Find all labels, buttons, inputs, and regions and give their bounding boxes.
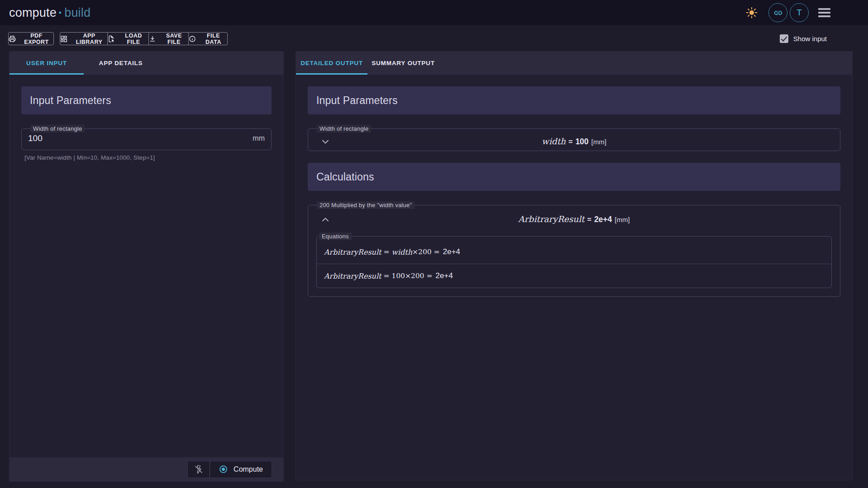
input-parameters-title: Input Parameters <box>30 95 111 107</box>
compute-radio-icon <box>219 464 228 474</box>
navbar-actions: T <box>746 0 830 25</box>
width-result-name: width <box>542 137 566 146</box>
calculation-result-equals: = <box>587 216 591 223</box>
save-file-button[interactable]: SAVE FILE <box>148 33 188 45</box>
output-input-parameters-title: Input Parameters <box>316 95 398 107</box>
width-result-equals: = <box>568 138 572 146</box>
info-icon <box>189 35 196 43</box>
tab-user-input[interactable]: USER INPUT <box>10 52 84 75</box>
input-panel-tabbar: USER INPUT APP DETAILS <box>10 52 283 75</box>
file-button-group: APP LIBRARY LOAD FILE SAVE FILE FILE DAT… <box>60 32 228 45</box>
app-library-label: APP LIBRARY <box>71 33 107 45</box>
equation1-lhs: ArbitraryResult <box>324 248 381 256</box>
logo-dot: · <box>58 6 62 20</box>
equation2-lhs: ArbitraryResult <box>324 272 381 280</box>
save-file-label: SAVE FILE <box>160 33 188 45</box>
input-parameters-header: Input Parameters <box>21 86 272 114</box>
load-file-label: LOAD FILE <box>119 33 148 45</box>
load-file-button[interactable]: LOAD FILE <box>107 33 148 45</box>
app-library-button[interactable]: APP LIBRARY <box>60 33 107 45</box>
width-field-helper: [Var Name=width | Min=10, Max=1000, Step… <box>24 154 272 161</box>
calculation-result-value: 2e+4 <box>594 215 612 224</box>
theme-toggle-button[interactable] <box>746 7 758 19</box>
calculation-result-unit: [mm] <box>615 216 630 223</box>
logo-part-compute: compute <box>9 6 57 20</box>
user-avatar-button[interactable]: T <box>790 3 809 22</box>
compute-button-label: Compute <box>234 465 263 474</box>
output-input-parameters-header: Input Parameters <box>308 86 840 114</box>
file-data-label: FILE DATA <box>200 33 227 45</box>
calculations-header: Calculations <box>308 163 840 191</box>
chevron-down-icon <box>322 140 329 144</box>
app-logo: compute · build <box>9 0 91 25</box>
pdf-export-button[interactable]: PDF EXPORT <box>8 32 54 45</box>
equations-group: Equations ArbitraryResult = width×200 = … <box>316 232 832 288</box>
file-data-button[interactable]: FILE DATA <box>188 33 227 45</box>
menu-button[interactable] <box>818 8 830 17</box>
equation1-op2: = <box>432 248 442 256</box>
output-panel-tabbar: DETAILED OUTPUT SUMMARY OUTPUT <box>296 52 852 75</box>
load-file-icon <box>108 35 115 43</box>
menu-icon <box>818 8 830 10</box>
printer-icon <box>9 35 16 43</box>
save-file-icon <box>149 35 156 43</box>
auto-compute-toggle-button[interactable] <box>188 461 210 478</box>
calculations-title: Calculations <box>316 171 374 183</box>
calculation-group-label: 200 Multiplied by the "width value" <box>317 201 415 209</box>
output-panel: DETAILED OUTPUT SUMMARY OUTPUT Input Par… <box>296 51 853 480</box>
equation1-mul: ×200 <box>412 248 432 256</box>
calculation-output-group: 200 Multiplied by the "width value" Arbi… <box>308 201 840 297</box>
width-field-label: Width of rectangle <box>30 125 85 133</box>
width-result-line: width=100[mm] <box>542 137 606 147</box>
logo-part-build: build <box>64 6 91 20</box>
width-result-value: 100 <box>575 137 588 146</box>
equation-numeric: ArbitraryResult = 100×200 = 2e+4 <box>317 264 831 288</box>
width-field[interactable]: Width of rectangle 100 mm <box>21 125 272 150</box>
chevron-up-icon <box>322 218 329 222</box>
equations-group-label: Equations <box>319 232 352 240</box>
avatar-letter: T <box>796 8 802 18</box>
app-library-icon <box>60 35 67 43</box>
calculation-result-line: ArbitraryResult=2e+4[mm] <box>518 214 630 224</box>
equation1-var: width <box>391 248 412 256</box>
width-field-unit: mm <box>253 134 265 142</box>
equation2-result: 2e+4 <box>435 271 453 280</box>
width-result-unit: [mm] <box>591 138 606 146</box>
equation2-op1: = <box>381 272 391 280</box>
tab-app-details[interactable]: APP DETAILS <box>84 52 158 75</box>
input-panel-footer: Compute <box>10 457 283 481</box>
width-output-group-label: Width of rectangle <box>317 125 371 133</box>
compute-button[interactable]: Compute <box>210 461 272 478</box>
show-input-toggle[interactable]: Show input <box>780 32 827 45</box>
show-input-checkbox[interactable] <box>780 34 788 43</box>
width-output-group: Width of rectangle width=100[mm] <box>308 125 840 151</box>
equation1-op1: = <box>381 248 391 256</box>
compute-button-group: Compute <box>187 461 272 478</box>
width-field-value[interactable]: 100 <box>28 133 43 143</box>
share-link-button[interactable] <box>768 3 787 22</box>
input-panel-content: Input Parameters Width of rectangle 100 … <box>10 75 283 173</box>
calculation-collapse-button[interactable] <box>318 212 333 227</box>
width-output-expand-button[interactable] <box>318 134 333 149</box>
equation2-op2: = <box>424 272 434 280</box>
show-input-label: Show input <box>793 35 827 43</box>
equation-symbolic: ArbitraryResult = width×200 = 2e+4 <box>317 240 831 264</box>
calculation-result-name: ArbitraryResult <box>518 214 584 224</box>
output-panel-content: Input Parameters Width of rectangle widt… <box>296 75 852 308</box>
tab-detailed-output[interactable]: DETAILED OUTPUT <box>296 52 367 75</box>
tab-summary-output[interactable]: SUMMARY OUTPUT <box>367 52 439 75</box>
flash-off-icon <box>194 464 204 474</box>
equation2-expr: 100×200 <box>391 272 424 280</box>
file-toolbar: PDF EXPORT APP LIBRARY LOAD FILE SAVE FI… <box>8 32 228 45</box>
sun-icon <box>746 7 758 19</box>
input-panel: USER INPUT APP DETAILS Input Parameters … <box>9 51 284 482</box>
pdf-export-label: PDF EXPORT <box>19 33 53 45</box>
link-icon <box>773 8 783 18</box>
equation1-result: 2e+4 <box>443 247 460 256</box>
top-navbar: compute · build T <box>0 0 868 25</box>
